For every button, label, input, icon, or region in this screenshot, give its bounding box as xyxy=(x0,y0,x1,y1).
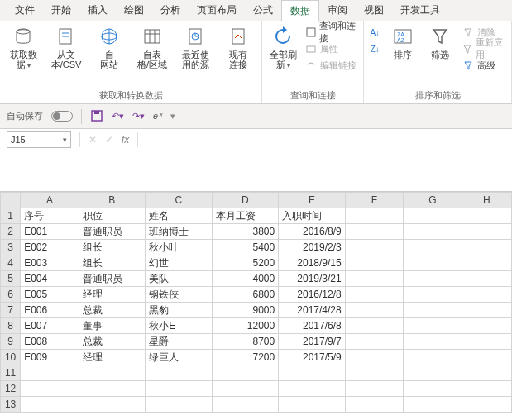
sort-button[interactable]: ZAAZ 排序 xyxy=(387,25,418,60)
cell-B11[interactable] xyxy=(79,365,146,381)
cell-B10[interactable]: 经理 xyxy=(79,350,146,365)
cell-C11[interactable] xyxy=(146,365,213,381)
filter-button[interactable]: 筛选 xyxy=(425,25,456,60)
cell-D13[interactable] xyxy=(212,397,279,413)
q-side-0[interactable]: 查询和连接 xyxy=(305,25,358,40)
f-side-2[interactable]: 高级 xyxy=(462,58,506,73)
col-header-G[interactable]: G xyxy=(404,193,462,208)
cell-B8[interactable]: 董事 xyxy=(79,318,146,334)
cell-B9[interactable]: 总裁 xyxy=(79,334,146,350)
row-header-8[interactable]: 8 xyxy=(1,318,21,334)
cell-D6[interactable]: 6800 xyxy=(212,287,279,303)
spreadsheet-grid[interactable]: ABCDEFGH 1序号职位姓名本月工资入职时间2E001普通职员班纳博士380… xyxy=(0,192,512,413)
cell-F1[interactable] xyxy=(345,208,403,224)
cancel-icon[interactable]: ✕ xyxy=(89,134,97,146)
cell-E12[interactable] xyxy=(279,381,346,397)
g1-btn-0[interactable]: 获取数 据▾ xyxy=(5,25,41,71)
cell-G1[interactable] xyxy=(404,208,462,224)
cell-H5[interactable] xyxy=(462,271,511,287)
row-header-1[interactable]: 1 xyxy=(1,208,21,224)
col-header-F[interactable]: F xyxy=(345,193,403,208)
cell-G4[interactable] xyxy=(404,255,462,271)
cell-D2[interactable]: 3800 xyxy=(212,224,279,240)
cell-G10[interactable] xyxy=(404,350,462,365)
g1-btn-3[interactable]: 自表 格/区域 xyxy=(134,25,170,69)
cell-B12[interactable] xyxy=(79,381,146,397)
cell-B13[interactable] xyxy=(79,397,146,413)
fx-label[interactable]: fx xyxy=(122,134,129,146)
cell-A13[interactable] xyxy=(21,397,79,413)
menu-绘图[interactable]: 绘图 xyxy=(116,0,152,21)
cell-D1[interactable]: 本月工资 xyxy=(212,208,279,224)
menu-审阅[interactable]: 审阅 xyxy=(319,0,356,21)
cell-H11[interactable] xyxy=(462,365,511,381)
cell-D7[interactable]: 9000 xyxy=(212,303,279,318)
cell-E9[interactable]: 2017/9/7 xyxy=(279,334,346,350)
row-header-9[interactable]: 9 xyxy=(1,334,21,350)
cell-D3[interactable]: 5400 xyxy=(212,240,279,255)
row-header-12[interactable]: 12 xyxy=(1,381,21,397)
row-header-5[interactable]: 5 xyxy=(1,271,21,287)
cell-E8[interactable]: 2017/6/8 xyxy=(279,318,346,334)
cell-D4[interactable]: 5200 xyxy=(212,255,279,271)
cell-C13[interactable] xyxy=(146,397,213,413)
cell-G13[interactable] xyxy=(404,397,462,413)
cell-F4[interactable] xyxy=(345,255,403,271)
cell-E3[interactable]: 2019/2/3 xyxy=(279,240,346,255)
g1-btn-2[interactable]: 自 网站 xyxy=(91,25,127,69)
menu-插入[interactable]: 插入 xyxy=(79,0,116,21)
cell-G2[interactable] xyxy=(404,224,462,240)
cell-H2[interactable] xyxy=(462,224,511,240)
row-header-2[interactable]: 2 xyxy=(1,224,21,240)
cell-B6[interactable]: 经理 xyxy=(79,287,146,303)
refresh-all-button[interactable]: 全部刷新▾ xyxy=(267,25,299,71)
cell-H4[interactable] xyxy=(462,255,511,271)
cell-F12[interactable] xyxy=(345,381,403,397)
cell-F2[interactable] xyxy=(345,224,403,240)
sort-desc-button[interactable]: Z↓ xyxy=(369,41,380,56)
col-header-A[interactable]: A xyxy=(21,193,79,208)
cell-H8[interactable] xyxy=(462,318,511,334)
redo-icon[interactable]: ↷▾ xyxy=(132,111,145,122)
cell-E5[interactable]: 2019/3/21 xyxy=(279,271,346,287)
menu-公式[interactable]: 公式 xyxy=(245,0,281,21)
cell-D8[interactable]: 12000 xyxy=(212,318,279,334)
cell-E11[interactable] xyxy=(279,365,346,381)
cell-F9[interactable] xyxy=(345,334,403,350)
cell-A6[interactable]: E005 xyxy=(21,287,79,303)
col-header-E[interactable]: E xyxy=(279,193,346,208)
cell-A12[interactable] xyxy=(21,381,79,397)
g1-btn-5[interactable]: 现有 连接 xyxy=(220,25,256,69)
cell-A8[interactable]: E007 xyxy=(21,318,79,334)
name-box[interactable]: J15▾ xyxy=(7,131,71,148)
g1-btn-4[interactable]: 最近使 用的源 xyxy=(177,25,213,69)
cell-D5[interactable]: 4000 xyxy=(212,271,279,287)
cell-D9[interactable]: 8700 xyxy=(212,334,279,350)
cell-H13[interactable] xyxy=(462,397,511,413)
menu-文件[interactable]: 文件 xyxy=(7,0,43,21)
cell-H9[interactable] xyxy=(462,334,511,350)
menu-开发工具[interactable]: 开发工具 xyxy=(392,0,448,21)
qat-more[interactable]: ▾ xyxy=(170,111,175,122)
cell-B7[interactable]: 总裁 xyxy=(79,303,146,318)
cell-F3[interactable] xyxy=(345,240,403,255)
cell-C3[interactable]: 秋小叶 xyxy=(146,240,213,255)
row-header-6[interactable]: 6 xyxy=(1,287,21,303)
cell-H7[interactable] xyxy=(462,303,511,318)
cell-H10[interactable] xyxy=(462,350,511,365)
menu-数据[interactable]: 数据 xyxy=(281,0,319,22)
cell-H6[interactable] xyxy=(462,287,511,303)
cell-E1[interactable]: 入职时间 xyxy=(279,208,346,224)
cell-G8[interactable] xyxy=(404,318,462,334)
cell-B2[interactable]: 普通职员 xyxy=(79,224,146,240)
col-header-H[interactable]: H xyxy=(462,193,511,208)
cell-A4[interactable]: E003 xyxy=(21,255,79,271)
menu-页面布局[interactable]: 页面布局 xyxy=(189,0,245,21)
cell-E6[interactable]: 2016/12/8 xyxy=(279,287,346,303)
row-header-3[interactable]: 3 xyxy=(1,240,21,255)
col-header-C[interactable]: C xyxy=(146,193,213,208)
cell-A5[interactable]: E004 xyxy=(21,271,79,287)
cell-E4[interactable]: 2018/9/15 xyxy=(279,255,346,271)
cell-E13[interactable] xyxy=(279,397,346,413)
cell-C2[interactable]: 班纳博士 xyxy=(146,224,213,240)
